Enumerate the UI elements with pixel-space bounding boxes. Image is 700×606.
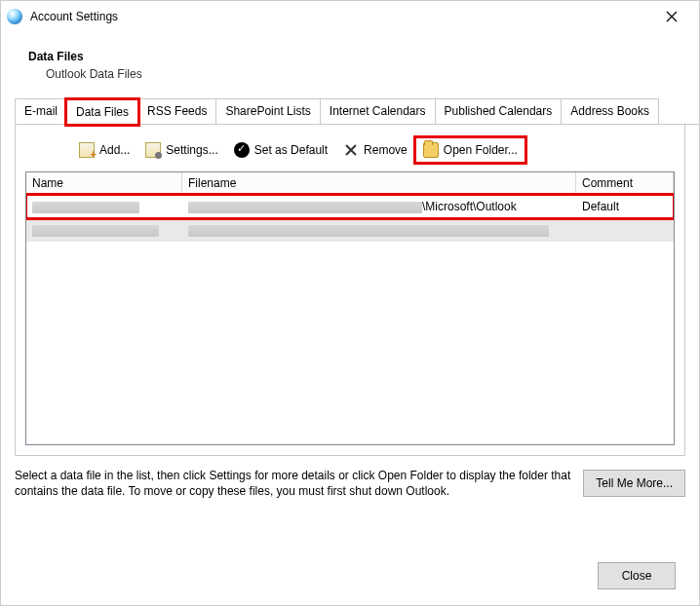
close-button[interactable]: Close [598, 562, 676, 589]
column-header-comment[interactable]: Comment [576, 172, 674, 194]
toolbar: Add... Settings... Set as Default Remove… [72, 138, 675, 162]
tell-me-more-button[interactable]: Tell Me More... [583, 470, 685, 497]
tab-address-books[interactable]: Address Books [561, 98, 659, 124]
tab-email[interactable]: E-mail [15, 98, 67, 124]
settings-button[interactable]: Settings... [138, 138, 224, 162]
folder-icon [423, 142, 439, 158]
close-icon [666, 11, 678, 22]
grid-header: Name Filename Comment [26, 172, 674, 195]
account-settings-dialog: { "window": { "title": "Account Settings… [1, 1, 699, 605]
cell-comment: Default [576, 200, 674, 213]
page-subtitle: Outlook Data Files [28, 67, 699, 81]
set-default-label: Set as Default [254, 143, 328, 157]
hint-row: Select a data file in the list, then cli… [15, 468, 685, 499]
table-row[interactable] [26, 218, 674, 242]
add-label: Add... [99, 143, 130, 157]
tab-data-files[interactable]: Data Files [66, 99, 138, 125]
settings-label: Settings... [166, 143, 217, 157]
data-files-grid: Name Filename Comment \Microsoft\Outlook… [25, 171, 675, 445]
hint-text: Select a data file in the list, then cli… [15, 468, 573, 499]
open-folder-label: Open Folder... [444, 143, 518, 157]
remove-label: Remove [364, 143, 408, 157]
cell-filename-suffix: \Microsoft\Outlook [422, 200, 517, 213]
tab-sharepoint-lists[interactable]: SharePoint Lists [215, 98, 320, 124]
settings-icon [145, 142, 161, 158]
dialog-bottom-bar: Close [598, 562, 676, 589]
grid-body: \Microsoft\Outlook Default [26, 195, 674, 242]
check-icon [234, 142, 250, 158]
tab-internet-calendars[interactable]: Internet Calendars [320, 98, 436, 124]
window-close-button[interactable] [652, 3, 691, 30]
globe-icon [7, 9, 22, 24]
tabpanel-data-files: Add... Settings... Set as Default Remove… [15, 125, 685, 456]
open-folder-button[interactable]: Open Folder... [416, 138, 525, 162]
window-title: Account Settings [30, 10, 652, 23]
cell-name [26, 200, 182, 213]
tab-strip: E-mail Data Files RSS Feeds SharePoint L… [15, 98, 699, 125]
header-section: Data Files Outlook Data Files [1, 32, 699, 98]
table-row[interactable]: \Microsoft\Outlook Default [26, 195, 674, 218]
cell-filename [182, 223, 576, 237]
set-default-button[interactable]: Set as Default [227, 138, 334, 162]
titlebar: Account Settings [1, 1, 699, 32]
page-title: Data Files [28, 50, 699, 63]
remove-button[interactable]: Remove [336, 138, 414, 162]
column-header-name[interactable]: Name [26, 172, 182, 194]
cell-name [26, 223, 182, 237]
tab-rss-feeds[interactable]: RSS Feeds [137, 98, 216, 124]
add-icon [79, 142, 95, 158]
tab-published-calendars[interactable]: Published Calendars [435, 98, 563, 124]
add-button[interactable]: Add... [72, 138, 136, 162]
column-header-filename[interactable]: Filename [182, 172, 576, 194]
remove-icon [343, 142, 359, 158]
cell-filename: \Microsoft\Outlook [182, 200, 576, 213]
